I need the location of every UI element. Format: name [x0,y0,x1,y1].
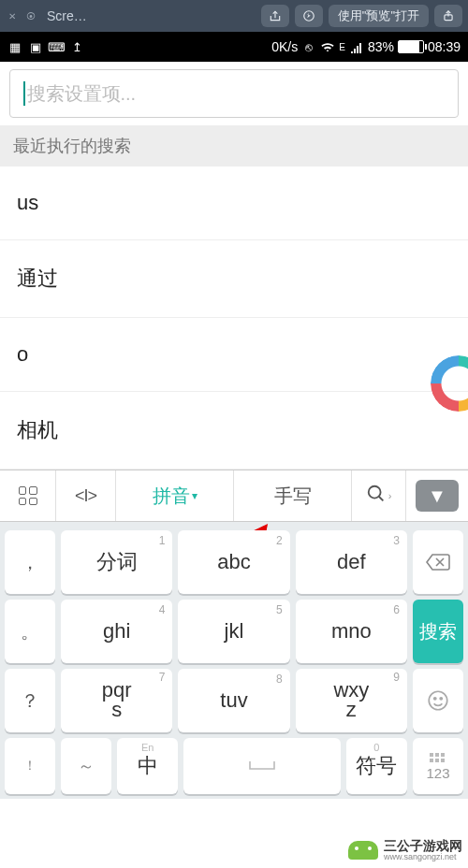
search-input[interactable]: 搜索设置项... [9,69,459,118]
svg-rect-11 [441,759,445,762]
search-placeholder: 搜索设置项... [27,81,137,107]
list-item[interactable]: o [0,318,468,392]
screenshot-icon: ▣ [28,39,43,54]
key-emoji[interactable] [413,669,463,732]
keyboard: ， 1分词 2abc 3def 。 4ghi 5jkl 6mno 搜索 ？ 7p… [0,522,468,799]
input-mode-pinyin[interactable]: 拼音▾ [116,470,234,521]
key-abc[interactable]: 2abc [178,530,289,594]
key-numswitch[interactable]: 123 [413,738,463,794]
key-tuv[interactable]: 8tuv [178,669,289,732]
svg-rect-7 [435,753,439,757]
window-title-bar: ✕ ⦿ Scre… 使用"预览"打开 [0,0,468,32]
collapse-keyboard-button[interactable]: ▼ [416,480,459,512]
edit-button[interactable] [295,5,323,27]
key-jkl[interactable]: 5jkl [178,600,289,663]
emoji-icon [426,688,450,713]
key-exclaim[interactable]: ！ [5,738,55,794]
open-with-preview-button[interactable]: 使用"预览"打开 [329,5,429,27]
svg-rect-9 [430,759,433,762]
key-lang-toggle[interactable]: En中 [117,738,178,794]
keyboard-icon: ⌨ [49,39,64,54]
key-tilde[interactable]: ～ [61,738,111,794]
svg-point-2 [368,485,380,498]
svg-point-5 [440,698,442,700]
list-item[interactable]: 通过 [0,240,468,318]
signal-type: E [339,42,345,52]
chevron-down-icon: ▾ [192,489,197,502]
search-icon [366,484,387,509]
recent-searches-header: 最近执行的搜索 [0,125,468,166]
svg-point-4 [434,698,436,700]
backspace-icon [425,553,451,571]
watermark-url: www.sangongzi.net [384,853,462,862]
battery-icon [398,40,424,53]
key-question[interactable]: ？ [5,669,55,732]
input-mode-handwrite[interactable]: 手写 [234,470,352,521]
watermark: 三公子游戏网 www.sangongzi.net [348,839,462,862]
list-item[interactable]: 相机 [0,392,468,470]
android-status-bar: ▦ ▣ ⌨ ↥ 0K/s ⎋ E 83% 08:39 [0,32,468,62]
keyboard-apps-button[interactable] [0,470,56,521]
key-pqrs[interactable]: 7pqr s [61,669,172,732]
key-wxyz[interactable]: 9wxy z [296,669,407,732]
notification-icon: ▦ [7,39,22,54]
export-button[interactable] [434,5,462,27]
svg-rect-10 [435,759,439,762]
cursor-mode-button[interactable]: <I> [56,470,116,521]
key-segment[interactable]: 1分词 [61,530,172,594]
net-speed: 0K/s [271,39,298,54]
svg-rect-6 [430,753,433,757]
minimize-window-icon[interactable]: ⦿ [24,9,37,22]
chevron-down-icon: ▼ [428,485,446,507]
upload-icon: ↥ [69,39,84,54]
close-window-icon[interactable]: ✕ [6,9,19,22]
svg-rect-8 [441,753,445,757]
bluetooth-icon: ⎋ [301,39,316,54]
key-ghi[interactable]: 4ghi [61,600,172,663]
watermark-name: 三公子游戏网 [384,839,462,853]
keyboard-search-button[interactable]: › [352,470,406,521]
grid-icon [19,486,37,505]
text-cursor-icon: <I> [75,486,96,506]
key-comma[interactable]: ， [5,530,55,594]
key-symbols[interactable]: 0符号 [346,738,407,794]
svg-point-3 [429,691,447,710]
battery-pct: 83% [368,39,394,54]
key-def[interactable]: 3def [296,530,407,594]
share-button[interactable] [261,5,289,27]
signal-icon [349,39,364,54]
clock: 08:39 [428,39,461,54]
list-item[interactable]: us [0,166,468,240]
chevron-right-icon: › [388,490,392,501]
key-period[interactable]: 。 [5,600,55,663]
key-search[interactable]: 搜索 [413,600,463,663]
numpad-icon [429,752,446,765]
key-mno[interactable]: 6mno [296,600,407,663]
wifi-icon [320,39,335,54]
window-title: Scre… [47,8,87,23]
key-backspace[interactable] [413,530,463,594]
search-wrap: 搜索设置项... [0,62,468,125]
space-icon [248,760,276,773]
watermark-logo [348,841,378,860]
key-space[interactable] [183,738,340,794]
keyboard-toolbar: <I> 拼音▾ 手写 › ▼ [0,470,468,522]
